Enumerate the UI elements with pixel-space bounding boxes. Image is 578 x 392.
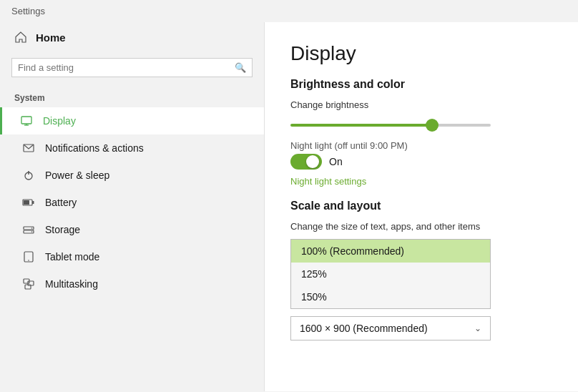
sidebar-item-multitasking[interactable]: Multitasking xyxy=(0,270,264,298)
multitasking-icon xyxy=(22,278,35,290)
brightness-label: Change brightness xyxy=(290,99,552,110)
notifications-label: Notifications & actions xyxy=(45,142,144,154)
sidebar-item-notifications[interactable]: Notifications & actions xyxy=(0,134,264,162)
toggle-thumb xyxy=(306,155,319,168)
night-light-toggle[interactable] xyxy=(290,154,322,170)
page-title: Display xyxy=(290,42,552,65)
sidebar-item-battery[interactable]: Battery xyxy=(0,189,264,216)
brightness-section-title: Brightness and color xyxy=(290,78,552,91)
scale-options-list: 100% (Recommended) 125% 150% xyxy=(290,239,491,309)
display-icon xyxy=(20,114,33,127)
tablet-icon xyxy=(22,250,35,263)
scale-option-100[interactable]: 100% (Recommended) xyxy=(291,240,490,263)
night-light-settings-link[interactable]: Night light settings xyxy=(290,176,366,187)
storage-label: Storage xyxy=(45,224,80,235)
svg-rect-7 xyxy=(24,200,29,205)
sidebar-item-storage[interactable]: Storage xyxy=(0,216,264,243)
svg-rect-0 xyxy=(21,117,31,124)
scale-option-125[interactable]: 125% xyxy=(291,263,490,285)
storage-icon xyxy=(22,223,35,236)
night-light-label: Night light (off until 9:00 PM) xyxy=(290,140,552,151)
battery-icon xyxy=(22,196,35,209)
brightness-slider[interactable] xyxy=(290,124,491,127)
resolution-dropdown[interactable]: 1600 × 900 (Recommended) ⌄ xyxy=(290,316,491,340)
search-input[interactable] xyxy=(18,62,230,73)
toggle-label: On xyxy=(329,156,343,167)
svg-rect-8 xyxy=(32,201,34,204)
tablet-label: Tablet mode xyxy=(45,251,99,263)
scale-option-150[interactable]: 150% xyxy=(291,285,490,308)
power-label: Power & sleep xyxy=(45,170,109,181)
power-icon xyxy=(22,169,35,182)
notifications-icon xyxy=(22,142,35,155)
search-icon: 🔍 xyxy=(235,62,246,73)
sidebar-home-button[interactable]: Home xyxy=(0,22,264,52)
search-container: 🔍 xyxy=(11,58,253,77)
display-label: Display xyxy=(43,115,76,127)
svg-point-14 xyxy=(28,260,29,261)
svg-point-12 xyxy=(31,231,33,232)
svg-point-11 xyxy=(31,227,33,229)
sidebar-item-power[interactable]: Power & sleep xyxy=(0,162,264,189)
resolution-label: 1600 × 900 (Recommended) xyxy=(300,323,428,334)
brightness-slider-container xyxy=(290,117,491,129)
sidebar-item-tablet[interactable]: Tablet mode xyxy=(0,243,264,270)
toggle-row: On xyxy=(290,154,552,170)
scale-section-title: Scale and layout xyxy=(290,200,552,212)
system-section-label: System xyxy=(0,89,264,107)
sidebar: Home 🔍 System Display xyxy=(0,22,265,391)
main-content: Display Brightness and color Change brig… xyxy=(265,22,578,391)
chevron-down-icon: ⌄ xyxy=(474,323,481,333)
home-label: Home xyxy=(36,31,66,44)
battery-label: Battery xyxy=(45,197,77,208)
scale-label: Change the size of text, apps, and other… xyxy=(290,221,552,232)
multitasking-label: Multitasking xyxy=(45,278,98,290)
app-title: Settings xyxy=(11,6,45,16)
home-icon xyxy=(14,31,27,44)
sidebar-item-display[interactable]: Display xyxy=(0,107,264,134)
